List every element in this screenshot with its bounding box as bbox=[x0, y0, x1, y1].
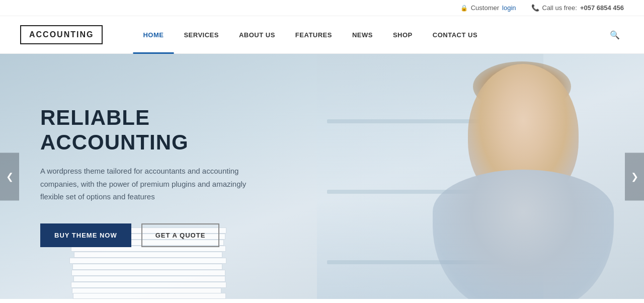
chevron-left-icon: ❮ bbox=[6, 171, 14, 182]
hero-buttons: BUY THEME NOW GET A QUOTE bbox=[40, 223, 292, 247]
lock-icon: 🔒 bbox=[460, 5, 468, 12]
search-icon[interactable]: 🔍 bbox=[606, 26, 624, 44]
nav-item-contact-us[interactable]: CONTACT US bbox=[423, 16, 488, 54]
hero-subtitle: A wordpress theme tailored for accountan… bbox=[40, 165, 267, 203]
customer-login-section: 🔒 Customer login bbox=[460, 4, 516, 12]
paper-sheet-8 bbox=[73, 276, 225, 282]
paper-sheet-6 bbox=[72, 264, 222, 270]
top-bar: 🔒 Customer login 📞 Call us free: +057 68… bbox=[0, 0, 644, 16]
buy-theme-button[interactable]: BUY THEME NOW bbox=[40, 223, 131, 247]
paper-sheet-11 bbox=[73, 293, 226, 299]
login-link[interactable]: login bbox=[502, 4, 516, 12]
paper-sheet-5 bbox=[69, 258, 226, 264]
slider-next-arrow[interactable]: ❯ bbox=[625, 153, 644, 200]
nav-item-about-us[interactable]: ABOUT US bbox=[229, 16, 285, 54]
phone-icon: 📞 bbox=[531, 4, 539, 12]
paper-sheet-4 bbox=[74, 252, 222, 258]
nav-item-home[interactable]: HOME bbox=[133, 16, 174, 54]
nav-item-news[interactable]: NEWS bbox=[342, 16, 383, 54]
get-quote-button[interactable]: GET A QUOTE bbox=[141, 223, 220, 247]
customer-text: Customer bbox=[471, 4, 499, 12]
nav-item-features[interactable]: FEATURES bbox=[285, 16, 342, 54]
hero-title: RELIABLE ACCOUNTING bbox=[40, 106, 292, 155]
nav-item-shop[interactable]: SHOP bbox=[383, 16, 423, 54]
nav-item-services[interactable]: SERVICES bbox=[174, 16, 229, 54]
logo-box: ACCOUNTING bbox=[20, 25, 103, 44]
call-us-text: Call us free: bbox=[542, 4, 577, 12]
logo-text: ACCOUNTING bbox=[29, 30, 94, 39]
logo-area: ACCOUNTING bbox=[20, 25, 103, 44]
main-nav: HOMESERVICESABOUT USFEATURESNEWSSHOPCONT… bbox=[133, 16, 606, 54]
chevron-right-icon: ❯ bbox=[631, 171, 638, 182]
slider-prev-arrow[interactable]: ❮ bbox=[0, 153, 19, 200]
header: ACCOUNTING HOMESERVICESABOUT USFEATURESN… bbox=[0, 16, 644, 54]
paper-sheet-7 bbox=[71, 270, 225, 276]
person-body bbox=[433, 170, 614, 299]
paper-sheet-9 bbox=[71, 282, 226, 288]
hero-content: RELIABLE ACCOUNTING A wordpress theme ta… bbox=[0, 106, 292, 247]
phone-number: +057 6854 456 bbox=[580, 4, 624, 12]
phone-section: 📞 Call us free: +057 6854 456 bbox=[531, 4, 624, 12]
hero-section: RELIABLE ACCOUNTING A wordpress theme ta… bbox=[0, 54, 644, 299]
